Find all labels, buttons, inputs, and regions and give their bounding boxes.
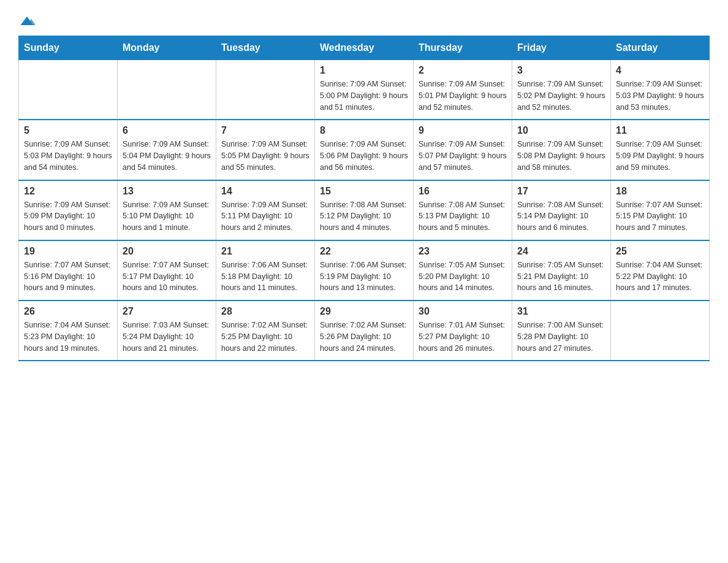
day-number: 5 (24, 125, 112, 136)
day-info: Sunrise: 7:07 AM Sunset: 5:15 PM Dayligh… (616, 199, 704, 234)
day-number: 30 (419, 306, 507, 317)
calendar-cell: 30Sunrise: 7:01 AM Sunset: 5:27 PM Dayli… (414, 301, 512, 361)
day-number: 31 (517, 306, 605, 317)
calendar-header-row: SundayMondayTuesdayWednesdayThursdayFrid… (19, 36, 710, 60)
day-info: Sunrise: 7:06 AM Sunset: 5:19 PM Dayligh… (320, 259, 408, 294)
calendar-day-header: Saturday (611, 36, 710, 60)
day-number: 13 (123, 186, 211, 197)
calendar-table: SundayMondayTuesdayWednesdayThursdayFrid… (18, 36, 710, 361)
calendar-cell: 1Sunrise: 7:09 AM Sunset: 5:00 PM Daylig… (315, 60, 414, 120)
calendar-cell (611, 301, 710, 361)
calendar-cell: 25Sunrise: 7:04 AM Sunset: 5:22 PM Dayli… (611, 240, 710, 301)
day-info: Sunrise: 7:09 AM Sunset: 5:10 PM Dayligh… (123, 199, 211, 234)
calendar-week-row: 1Sunrise: 7:09 AM Sunset: 5:00 PM Daylig… (19, 60, 710, 120)
day-number: 12 (24, 186, 112, 197)
day-info: Sunrise: 7:02 AM Sunset: 5:25 PM Dayligh… (221, 320, 309, 354)
day-number: 9 (419, 125, 507, 136)
day-number: 6 (123, 125, 211, 136)
day-info: Sunrise: 7:09 AM Sunset: 5:01 PM Dayligh… (419, 79, 507, 113)
calendar-day-header: Tuesday (216, 36, 315, 60)
logo-icon (18, 12, 36, 29)
day-number: 19 (24, 246, 112, 257)
calendar-cell: 24Sunrise: 7:05 AM Sunset: 5:21 PM Dayli… (512, 240, 611, 301)
calendar-cell: 21Sunrise: 7:06 AM Sunset: 5:18 PM Dayli… (216, 240, 315, 301)
calendar-cell: 7Sunrise: 7:09 AM Sunset: 5:05 PM Daylig… (216, 120, 315, 180)
day-info: Sunrise: 7:05 AM Sunset: 5:20 PM Dayligh… (419, 259, 507, 294)
calendar-cell (19, 60, 118, 120)
day-info: Sunrise: 7:09 AM Sunset: 5:02 PM Dayligh… (517, 79, 605, 113)
calendar-day-header: Monday (118, 36, 216, 60)
calendar-cell: 20Sunrise: 7:07 AM Sunset: 5:17 PM Dayli… (118, 240, 216, 301)
calendar-cell: 29Sunrise: 7:02 AM Sunset: 5:26 PM Dayli… (315, 301, 414, 361)
calendar-cell: 14Sunrise: 7:09 AM Sunset: 5:11 PM Dayli… (216, 180, 315, 240)
calendar-cell: 22Sunrise: 7:06 AM Sunset: 5:19 PM Dayli… (315, 240, 414, 301)
day-info: Sunrise: 7:07 AM Sunset: 5:17 PM Dayligh… (123, 259, 211, 294)
calendar-day-header: Thursday (414, 36, 512, 60)
calendar-cell: 13Sunrise: 7:09 AM Sunset: 5:10 PM Dayli… (118, 180, 216, 240)
day-number: 7 (221, 125, 309, 136)
day-info: Sunrise: 7:09 AM Sunset: 5:03 PM Dayligh… (24, 139, 112, 173)
calendar-cell: 19Sunrise: 7:07 AM Sunset: 5:16 PM Dayli… (19, 240, 118, 301)
day-number: 18 (616, 186, 704, 197)
calendar-cell: 3Sunrise: 7:09 AM Sunset: 5:02 PM Daylig… (512, 60, 611, 120)
day-info: Sunrise: 7:06 AM Sunset: 5:18 PM Dayligh… (221, 259, 309, 294)
day-info: Sunrise: 7:04 AM Sunset: 5:23 PM Dayligh… (24, 320, 112, 354)
calendar-cell: 4Sunrise: 7:09 AM Sunset: 5:03 PM Daylig… (611, 60, 710, 120)
calendar-cell: 9Sunrise: 7:09 AM Sunset: 5:07 PM Daylig… (414, 120, 512, 180)
day-number: 3 (517, 65, 605, 76)
day-info: Sunrise: 7:09 AM Sunset: 5:11 PM Dayligh… (221, 199, 309, 234)
calendar-week-row: 12Sunrise: 7:09 AM Sunset: 5:09 PM Dayli… (19, 180, 710, 240)
day-info: Sunrise: 7:04 AM Sunset: 5:22 PM Dayligh… (616, 259, 704, 294)
calendar-cell: 11Sunrise: 7:09 AM Sunset: 5:09 PM Dayli… (611, 120, 710, 180)
calendar-day-header: Sunday (19, 36, 118, 60)
day-info: Sunrise: 7:09 AM Sunset: 5:00 PM Dayligh… (320, 79, 408, 113)
day-info: Sunrise: 7:07 AM Sunset: 5:16 PM Dayligh… (24, 259, 112, 294)
day-number: 11 (616, 125, 704, 136)
day-info: Sunrise: 7:09 AM Sunset: 5:05 PM Dayligh… (221, 139, 309, 173)
calendar-cell (216, 60, 315, 120)
day-info: Sunrise: 7:08 AM Sunset: 5:12 PM Dayligh… (320, 199, 408, 234)
calendar-cell: 10Sunrise: 7:09 AM Sunset: 5:08 PM Dayli… (512, 120, 611, 180)
calendar-day-header: Wednesday (315, 36, 414, 60)
calendar-day-header: Friday (512, 36, 611, 60)
day-number: 15 (320, 186, 408, 197)
page-header (18, 12, 710, 29)
calendar-cell: 5Sunrise: 7:09 AM Sunset: 5:03 PM Daylig… (19, 120, 118, 180)
day-info: Sunrise: 7:09 AM Sunset: 5:08 PM Dayligh… (517, 139, 605, 173)
logo (18, 12, 39, 29)
day-number: 10 (517, 125, 605, 136)
day-info: Sunrise: 7:08 AM Sunset: 5:13 PM Dayligh… (419, 199, 507, 234)
day-info: Sunrise: 7:01 AM Sunset: 5:27 PM Dayligh… (419, 320, 507, 354)
day-info: Sunrise: 7:05 AM Sunset: 5:21 PM Dayligh… (517, 259, 605, 294)
day-number: 25 (616, 246, 704, 257)
day-number: 22 (320, 246, 408, 257)
day-info: Sunrise: 7:03 AM Sunset: 5:24 PM Dayligh… (123, 320, 211, 354)
day-number: 27 (123, 306, 211, 317)
calendar-cell: 17Sunrise: 7:08 AM Sunset: 5:14 PM Dayli… (512, 180, 611, 240)
day-info: Sunrise: 7:09 AM Sunset: 5:03 PM Dayligh… (616, 79, 704, 113)
calendar-cell: 16Sunrise: 7:08 AM Sunset: 5:13 PM Dayli… (414, 180, 512, 240)
day-number: 4 (616, 65, 704, 76)
day-info: Sunrise: 7:00 AM Sunset: 5:28 PM Dayligh… (517, 320, 605, 354)
day-number: 16 (419, 186, 507, 197)
day-number: 23 (419, 246, 507, 257)
day-info: Sunrise: 7:09 AM Sunset: 5:09 PM Dayligh… (24, 199, 112, 234)
day-number: 26 (24, 306, 112, 317)
calendar-cell: 26Sunrise: 7:04 AM Sunset: 5:23 PM Dayli… (19, 301, 118, 361)
calendar-cell (118, 60, 216, 120)
calendar-cell: 31Sunrise: 7:00 AM Sunset: 5:28 PM Dayli… (512, 301, 611, 361)
calendar-cell: 28Sunrise: 7:02 AM Sunset: 5:25 PM Dayli… (216, 301, 315, 361)
calendar-cell: 8Sunrise: 7:09 AM Sunset: 5:06 PM Daylig… (315, 120, 414, 180)
day-number: 24 (517, 246, 605, 257)
day-number: 28 (221, 306, 309, 317)
day-number: 29 (320, 306, 408, 317)
day-info: Sunrise: 7:09 AM Sunset: 5:07 PM Dayligh… (419, 139, 507, 173)
calendar-cell: 18Sunrise: 7:07 AM Sunset: 5:15 PM Dayli… (611, 180, 710, 240)
calendar-cell: 6Sunrise: 7:09 AM Sunset: 5:04 PM Daylig… (118, 120, 216, 180)
day-number: 8 (320, 125, 408, 136)
calendar-cell: 23Sunrise: 7:05 AM Sunset: 5:20 PM Dayli… (414, 240, 512, 301)
day-number: 2 (419, 65, 507, 76)
day-info: Sunrise: 7:09 AM Sunset: 5:09 PM Dayligh… (616, 139, 704, 173)
day-number: 21 (221, 246, 309, 257)
day-number: 17 (517, 186, 605, 197)
